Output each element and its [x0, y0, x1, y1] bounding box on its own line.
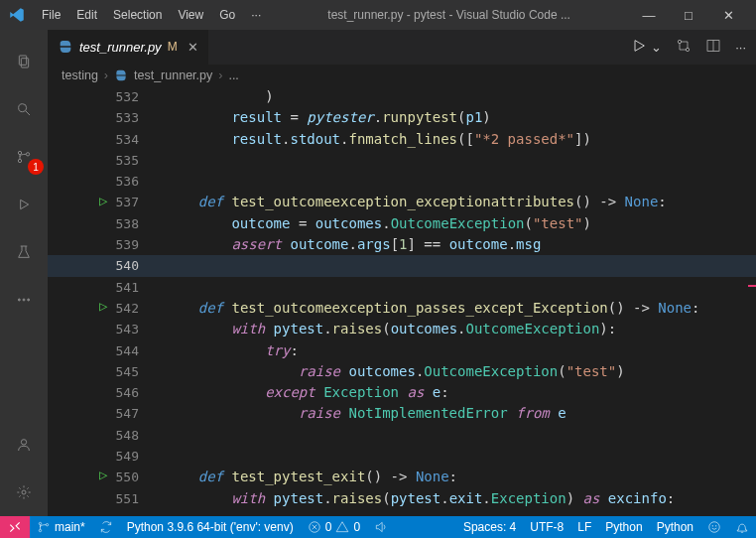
- menu-go[interactable]: Go: [211, 4, 243, 26]
- code-content[interactable]: with pytest.raises(pytest.exit.Exception…: [139, 488, 675, 509]
- editor-area: test_runner.py M ✕ ⌄ ··· testing: [48, 30, 756, 516]
- breadcrumb-file[interactable]: test_runner.py: [134, 68, 212, 82]
- svg-rect-0: [19, 56, 26, 65]
- run-test-glyph[interactable]: ▷: [99, 467, 107, 482]
- play-icon: [16, 197, 32, 212]
- line-number: 551: [99, 488, 139, 509]
- code-content[interactable]: result = pytester.runpytest(p1): [139, 107, 491, 128]
- tab-close-button[interactable]: ✕: [188, 40, 198, 55]
- menu-edit[interactable]: Edit: [68, 4, 105, 26]
- bell-icon: [735, 520, 749, 534]
- run-file-button[interactable]: [631, 38, 647, 57]
- code-line[interactable]: 534 result.stdout.fnmatch_lines(["*2 pas…: [48, 129, 756, 150]
- activity-run-debug[interactable]: [0, 181, 48, 228]
- code-line[interactable]: 535: [48, 150, 756, 171]
- code-content[interactable]: ): [139, 86, 274, 107]
- encoding-status[interactable]: UTF-8: [523, 516, 570, 538]
- svg-point-9: [23, 299, 25, 301]
- menu-view[interactable]: View: [170, 4, 211, 26]
- code-line[interactable]: 543 with pytest.raises(outcomes.OutcomeE…: [48, 319, 756, 339]
- code-line[interactable]: 538 outcome = outcomes.OutcomeException(…: [48, 213, 756, 234]
- code-line[interactable]: 551 with pytest.raises(pytest.exit.Excep…: [48, 488, 756, 509]
- code-line[interactable]: 539 assert outcome.args[1] == outcome.ms…: [48, 234, 756, 255]
- svg-point-8: [18, 299, 20, 301]
- window-title: test_runner.py - pytest - Visual Studio …: [269, 8, 629, 22]
- code-content[interactable]: raise outcomes.OutcomeException("test"): [139, 361, 625, 382]
- svg-marker-7: [21, 200, 29, 208]
- code-line[interactable]: 544 try:: [48, 340, 756, 361]
- code-line[interactable]: 547 raise NotImplementedError from e: [48, 403, 756, 424]
- svg-line-3: [26, 111, 30, 115]
- eol-status[interactable]: LF: [570, 516, 598, 538]
- code-content[interactable]: result.stdout.fnmatch_lines(["*2 passed*…: [139, 129, 591, 150]
- indentation-status[interactable]: Spaces: 4: [456, 516, 523, 538]
- code-content[interactable]: assert outcome.args[1] == outcome.msg: [139, 234, 541, 255]
- git-branch-status[interactable]: main*: [30, 516, 92, 538]
- breadcrumb[interactable]: testing › test_runner.py › ...: [48, 65, 756, 86]
- maximize-button[interactable]: □: [669, 0, 708, 30]
- language-mode[interactable]: Python: [598, 516, 649, 538]
- line-number: 544: [99, 340, 139, 361]
- python-interpreter[interactable]: Python 3.9.6 64-bit ('env': venv): [120, 516, 301, 538]
- code-line[interactable]: 533 result = pytester.runpytest(p1): [48, 107, 756, 128]
- minimap[interactable]: [744, 86, 756, 516]
- activity-testing[interactable]: [0, 228, 48, 276]
- activity-settings[interactable]: [0, 469, 48, 516]
- activity-explorer[interactable]: [0, 38, 48, 85]
- code-line[interactable]: 536: [48, 171, 756, 192]
- code-content[interactable]: raise NotImplementedError from e: [139, 403, 567, 424]
- remote-button[interactable]: [0, 516, 30, 538]
- compare-changes-button[interactable]: [676, 38, 692, 57]
- line-number: 539: [99, 234, 139, 255]
- problems-status[interactable]: 0 0: [301, 516, 367, 538]
- live-share-button[interactable]: [367, 516, 395, 538]
- tab-test-runner[interactable]: test_runner.py M ✕: [48, 30, 208, 65]
- menu-file[interactable]: File: [34, 4, 68, 26]
- code-line[interactable]: 540: [48, 255, 756, 276]
- code-content[interactable]: try:: [139, 340, 299, 361]
- run-test-glyph[interactable]: ▷: [99, 193, 107, 208]
- code-line[interactable]: 548: [48, 425, 756, 446]
- activity-more[interactable]: [0, 276, 48, 324]
- editor-more-actions[interactable]: ···: [735, 40, 746, 55]
- menu-selection[interactable]: Selection: [105, 4, 170, 26]
- split-editor-button[interactable]: [705, 38, 721, 57]
- broadcast-icon: [374, 520, 388, 534]
- activity-accounts[interactable]: [0, 421, 48, 469]
- branch-name: main*: [55, 520, 85, 534]
- code-line[interactable]: 545 raise outcomes.OutcomeException("tes…: [48, 361, 756, 382]
- activity-search[interactable]: [0, 85, 48, 133]
- run-test-glyph[interactable]: ▷: [99, 298, 107, 314]
- code-content[interactable]: def test_outcomeexception_passes_except_…: [139, 298, 699, 319]
- code-content[interactable]: with pytest.raises(outcomes.OutcomeExcep…: [139, 319, 616, 339]
- code-content[interactable]: def test_outcomeexception_exceptionattri…: [139, 192, 667, 212]
- code-line[interactable]: 532 ): [48, 86, 756, 107]
- close-button[interactable]: ✕: [708, 0, 748, 30]
- minimize-button[interactable]: —: [629, 0, 669, 30]
- sync-button[interactable]: [92, 516, 120, 538]
- code-line[interactable]: 550 def test_pytest_exit() -> None:: [48, 467, 756, 487]
- code-content[interactable]: outcome = outcomes.OutcomeException("tes…: [139, 213, 591, 234]
- tab-filename: test_runner.py: [79, 40, 162, 55]
- code-line[interactable]: 537 def test_outcomeexception_exceptiona…: [48, 192, 756, 212]
- breadcrumb-symbol[interactable]: ...: [228, 68, 238, 82]
- code-editor[interactable]: 532 )533 result = pytester.runpytest(p1)…: [48, 86, 756, 516]
- code-line[interactable]: 541: [48, 277, 756, 298]
- line-number: 536: [99, 171, 139, 192]
- run-dropdown[interactable]: ⌄: [651, 40, 662, 55]
- code-content[interactable]: def test_pytest_exit() -> None:: [139, 467, 457, 487]
- menu-more[interactable]: ···: [243, 4, 269, 26]
- feedback-button[interactable]: [700, 516, 728, 538]
- code-line[interactable]: 546 except Exception as e:: [48, 382, 756, 403]
- activity-scm[interactable]: 1: [0, 133, 48, 181]
- code-line[interactable]: 549: [48, 446, 756, 467]
- svg-point-26: [715, 525, 716, 526]
- python-file-icon: [58, 39, 73, 55]
- line-number: 533: [99, 107, 139, 128]
- notifications-button[interactable]: [728, 516, 756, 538]
- formatter-status[interactable]: Python: [650, 516, 700, 538]
- code-content[interactable]: except Exception as e:: [139, 382, 449, 403]
- breadcrumb-folder[interactable]: testing: [62, 68, 98, 82]
- svg-point-2: [19, 104, 27, 112]
- code-line[interactable]: 542 def test_outcomeexception_passes_exc…: [48, 298, 756, 319]
